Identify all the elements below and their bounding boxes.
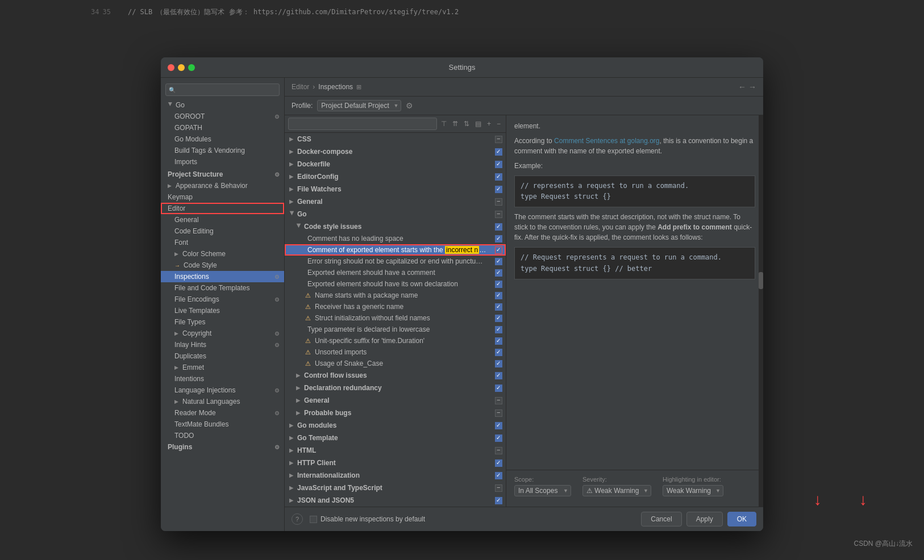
insp-group-go[interactable]: ▶ Go — [285, 208, 506, 220]
insp-checkbox-js-ts[interactable] — [495, 484, 502, 492]
insp-checkbox-control-flow[interactable] — [495, 372, 502, 379]
desc-scrollbar-thumb[interactable] — [759, 272, 763, 289]
insp-group-general[interactable]: ▶ General — [285, 195, 506, 208]
insp-item-unit-suffix[interactable]: ⚠ Unit-specific suffix for 'time.Duratio… — [285, 335, 506, 346]
insp-checkbox-declaration[interactable] — [495, 385, 502, 392]
insp-checkbox-html[interactable] — [495, 447, 502, 454]
insp-item-snake-case[interactable]: ⚠ Usage of Snake_Case — [285, 358, 506, 369]
inspection-search-input[interactable] — [288, 118, 437, 130]
insp-checkbox-dockerfile[interactable] — [495, 161, 502, 168]
severity-select[interactable]: ⚠ Weak Warning Error Warning — [582, 485, 651, 496]
insp-group-go-template[interactable]: ▶ Go Template — [285, 432, 506, 444]
insp-item-comment-exported[interactable]: Comment of exported element starts with … — [285, 244, 506, 256]
insp-checkbox-json[interactable] — [495, 497, 502, 504]
sidebar-item-appearance-behavior[interactable]: ▶ Appearance & Behavior — [161, 180, 284, 191]
insp-item-checkbox[interactable] — [495, 337, 502, 345]
sidebar-item-duplicates[interactable]: Duplicates — [161, 350, 284, 362]
sidebar-item-goroot[interactable]: GOROOT ⚙ — [161, 111, 284, 122]
insp-checkbox-go-template[interactable] — [495, 434, 502, 442]
insp-item-name-package[interactable]: ⚠ Name starts with a package name — [285, 290, 506, 301]
insp-item-receiver-generic[interactable]: ⚠ Receiver has a generic name — [285, 301, 506, 312]
insp-item-checkbox[interactable] — [495, 235, 502, 243]
sidebar-item-textmate-bundles[interactable]: TextMate Bundles — [161, 419, 284, 430]
insp-group-css[interactable]: ▶ CSS — [285, 133, 506, 145]
insp-checkbox-file-watchers[interactable] — [495, 186, 502, 193]
sidebar-item-font[interactable]: Font — [161, 237, 284, 248]
sidebar-item-keymap[interactable]: Keymap — [161, 191, 284, 203]
insp-group-declaration[interactable]: ▶ Declaration redundancy — [285, 382, 506, 394]
insp-item-checkbox[interactable] — [495, 269, 502, 277]
insp-item-checkbox[interactable] — [495, 349, 502, 356]
insp-checkbox-editorconfig[interactable] — [495, 173, 502, 181]
sidebar-item-copyright[interactable]: ▶ Copyright ⚙ — [161, 328, 284, 339]
sidebar-item-code-editing[interactable]: Code Editing — [161, 225, 284, 237]
insp-group-html[interactable]: ▶ HTML — [285, 444, 506, 457]
cancel-button[interactable]: Cancel — [641, 512, 681, 526]
insp-item-checkbox[interactable] — [495, 315, 502, 322]
insp-item-comment-leading-space[interactable]: Comment has no leading space — [285, 233, 506, 244]
sidebar-item-natural-languages[interactable]: ▶ Natural Languages — [161, 396, 284, 407]
sidebar-item-general[interactable]: General — [161, 214, 284, 225]
add-button[interactable]: + — [485, 119, 493, 129]
insp-group-code-style-issues[interactable]: ▶ Code style issues — [285, 220, 506, 233]
insp-group-editorconfig[interactable]: ▶ EditorConfig — [285, 170, 506, 183]
insp-item-exported-comment[interactable]: Exported element should have a comment — [285, 267, 506, 278]
insp-item-checkbox[interactable] — [495, 326, 502, 333]
highlighting-select[interactable]: Weak Warning Error Warning — [663, 485, 723, 496]
desc-link[interactable]: Comment Sentences at golang.org — [554, 137, 659, 145]
sidebar-item-file-encodings[interactable]: File Encodings ⚙ — [161, 294, 284, 305]
sidebar-item-go-modules[interactable]: Go Modules — [161, 133, 284, 145]
profile-gear-button[interactable]: ⚙ — [406, 101, 413, 110]
group-button[interactable]: ▤ — [473, 119, 483, 129]
sidebar-item-inlay-hints[interactable]: Inlay Hints ⚙ — [161, 339, 284, 350]
insp-group-go-modules[interactable]: ▶ Go modules — [285, 419, 506, 432]
insp-item-unsorted-imports[interactable]: ⚠ Unsorted imports — [285, 346, 506, 358]
sidebar-item-gopath[interactable]: GOPATH — [161, 122, 284, 133]
insp-checkbox-probable-bugs[interactable] — [495, 409, 502, 417]
apply-button[interactable]: Apply — [686, 512, 723, 526]
insp-group-file-watchers[interactable]: ▶ File Watchers — [285, 183, 506, 195]
insp-item-struct-init[interactable]: ⚠ Struct initialization without field na… — [285, 312, 506, 324]
insp-checkbox-css[interactable] — [495, 136, 502, 143]
close-button[interactable] — [168, 64, 174, 71]
expand-all-button[interactable]: ⇈ — [451, 119, 460, 129]
filter-button[interactable]: ⊤ — [439, 119, 448, 129]
sidebar-item-language-injections[interactable]: Language Injections ⚙ — [161, 385, 284, 396]
ok-button[interactable]: OK — [727, 512, 756, 526]
scope-select[interactable]: In All Scopes In Tests Only — [514, 485, 571, 496]
sidebar-item-file-code-templates[interactable]: File and Code Templates — [161, 282, 284, 294]
insp-checkbox-general[interactable] — [495, 198, 502, 206]
insp-item-checkbox[interactable] — [495, 258, 502, 265]
insp-checkbox-go[interactable] — [495, 211, 502, 218]
insp-item-checkbox[interactable] — [495, 281, 502, 288]
insp-group-js-ts[interactable]: ▶ JavaScript and TypeScript — [285, 482, 506, 494]
insp-item-checkbox[interactable] — [495, 360, 502, 367]
insp-item-error-string[interactable]: Error string should not be capitalized o… — [285, 256, 506, 267]
sidebar-item-project-structure[interactable]: Project Structure ⚙ — [161, 169, 284, 180]
sidebar-item-code-style[interactable]: → Code Style — [161, 260, 284, 271]
sidebar-item-go[interactable]: ▶ Go — [161, 99, 284, 111]
sidebar-item-file-types[interactable]: File Types — [161, 316, 284, 328]
insp-checkbox-http-client[interactable] — [495, 459, 502, 467]
minimize-button[interactable] — [178, 64, 185, 71]
insp-item-checkbox[interactable] — [495, 292, 502, 299]
collapse-all-button[interactable]: ⇅ — [462, 119, 471, 129]
help-button[interactable]: ? — [292, 513, 303, 525]
insp-checkbox-go-modules[interactable] — [495, 422, 502, 429]
disable-new-inspections-checkbox[interactable] — [310, 516, 317, 523]
insp-item-checkbox[interactable] — [495, 303, 502, 311]
insp-group-http-client[interactable]: ▶ HTTP Client — [285, 457, 506, 469]
sidebar-item-imports[interactable]: Imports — [161, 156, 284, 168]
insp-item-type-param[interactable]: Type parameter is declared in lowercase — [285, 324, 506, 335]
insp-checkbox-docker-compose[interactable] — [495, 148, 502, 156]
sidebar-item-build-tags[interactable]: Build Tags & Vendoring — [161, 145, 284, 156]
insp-group-probable-bugs[interactable]: ▶ Probable bugs — [285, 407, 506, 419]
sidebar-item-editor[interactable]: Editor — [161, 203, 284, 214]
insp-item-checkbox[interactable] — [495, 246, 502, 254]
insp-group-i18n[interactable]: ▶ Internationalization — [285, 469, 506, 482]
insp-group-go-general[interactable]: ▶ General — [285, 394, 506, 407]
sidebar-item-live-templates[interactable]: Live Templates — [161, 305, 284, 316]
maximize-button[interactable] — [188, 64, 195, 71]
insp-group-docker-compose[interactable]: ▶ Docker-compose — [285, 145, 506, 158]
insp-checkbox-i18n[interactable] — [495, 472, 502, 479]
